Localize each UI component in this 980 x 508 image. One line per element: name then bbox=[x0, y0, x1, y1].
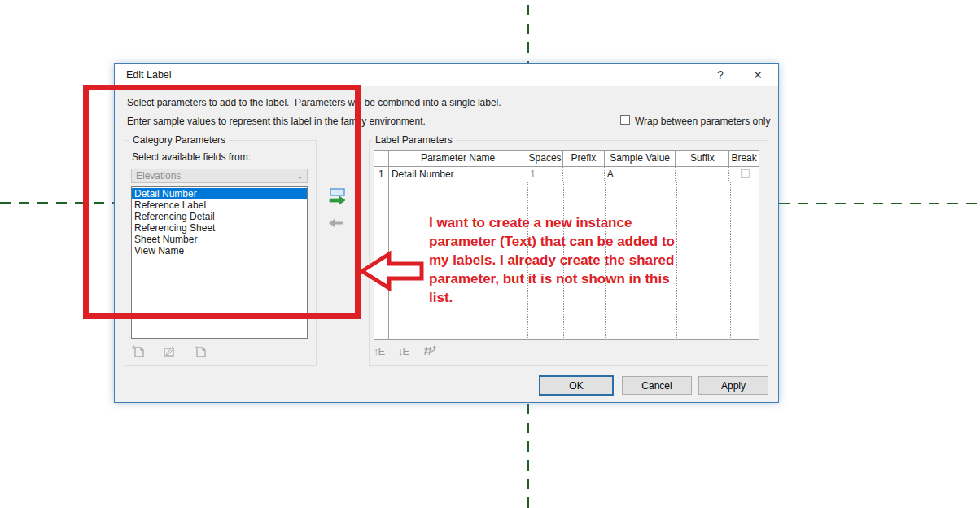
label-parameters-group-label: Label Parameters bbox=[372, 135, 456, 145]
wrap-between-parameters-checkbox[interactable] bbox=[620, 115, 630, 125]
apply-button[interactable]: Apply bbox=[698, 376, 768, 395]
parameter-name-cell[interactable]: Detail Number bbox=[389, 167, 527, 182]
move-up-icon: ↑E bbox=[374, 345, 384, 357]
new-parameter-button[interactable] bbox=[131, 344, 146, 359]
annotation-highlight-rectangle bbox=[83, 85, 361, 319]
annotation-note-line: list. bbox=[429, 288, 675, 307]
annotation-note-line: parameter, but it is not shown in this bbox=[429, 269, 675, 288]
vertical-guide-line-bottom bbox=[527, 404, 529, 508]
row-number-cell[interactable]: 1 bbox=[374, 167, 389, 182]
header-break: Break bbox=[729, 151, 759, 167]
header-parameter-name: Parameter Name bbox=[389, 151, 527, 167]
break-checkbox[interactable] bbox=[741, 169, 750, 178]
move-parameter-down-button[interactable]: ↓E bbox=[398, 345, 409, 358]
edit-label-parameter-icon bbox=[422, 344, 437, 359]
close-button[interactable]: ✕ bbox=[745, 64, 771, 86]
table-row: 1 Detail Number 1 A bbox=[374, 167, 759, 182]
spaces-cell[interactable]: 1 bbox=[527, 167, 563, 182]
help-icon: ? bbox=[717, 68, 724, 81]
sample-value-cell[interactable]: A bbox=[605, 167, 676, 182]
horizontal-guide-line-right bbox=[779, 203, 980, 204]
title-bar: Edit Label ? ✕ bbox=[115, 64, 778, 86]
ok-button[interactable]: OK bbox=[539, 375, 614, 396]
table-header-row: Parameter Name Spaces Prefix Sample Valu… bbox=[374, 151, 759, 167]
delete-parameter-button[interactable] bbox=[193, 344, 208, 359]
edit-parameter-button[interactable] bbox=[162, 344, 177, 359]
annotation-note-line: parameter (Text) that can be added to bbox=[429, 232, 675, 251]
header-prefix: Prefix bbox=[563, 151, 605, 167]
wrap-between-parameters-label: Wrap between parameters only bbox=[635, 116, 771, 127]
edit-label-parameter-button[interactable] bbox=[422, 344, 437, 359]
break-cell[interactable] bbox=[729, 167, 759, 182]
header-gutter bbox=[374, 151, 389, 167]
move-parameter-up-button[interactable]: ↑E bbox=[374, 345, 384, 358]
prefix-cell[interactable] bbox=[563, 167, 605, 182]
vertical-guide-line-top bbox=[527, 5, 529, 64]
suffix-cell[interactable] bbox=[676, 167, 729, 182]
header-suffix: Suffix bbox=[676, 151, 729, 167]
new-parameter-icon bbox=[131, 344, 146, 359]
annotation-note-line: my labels. I already create the shared bbox=[429, 251, 675, 269]
close-icon: ✕ bbox=[753, 68, 763, 81]
help-button[interactable]: ? bbox=[707, 64, 733, 86]
header-spaces: Spaces bbox=[527, 151, 563, 167]
dialog-title: Edit Label bbox=[126, 64, 172, 86]
annotation-arrow-left-icon bbox=[359, 249, 424, 293]
cancel-button[interactable]: Cancel bbox=[622, 376, 692, 395]
delete-parameter-icon bbox=[193, 344, 208, 359]
annotation-note: I want to create a new instance paramete… bbox=[429, 213, 675, 307]
annotation-note-line: I want to create a new instance bbox=[429, 213, 675, 232]
move-down-icon: ↓E bbox=[398, 345, 409, 357]
header-sample-value: Sample Value bbox=[605, 151, 676, 167]
edit-parameter-icon bbox=[162, 344, 177, 359]
